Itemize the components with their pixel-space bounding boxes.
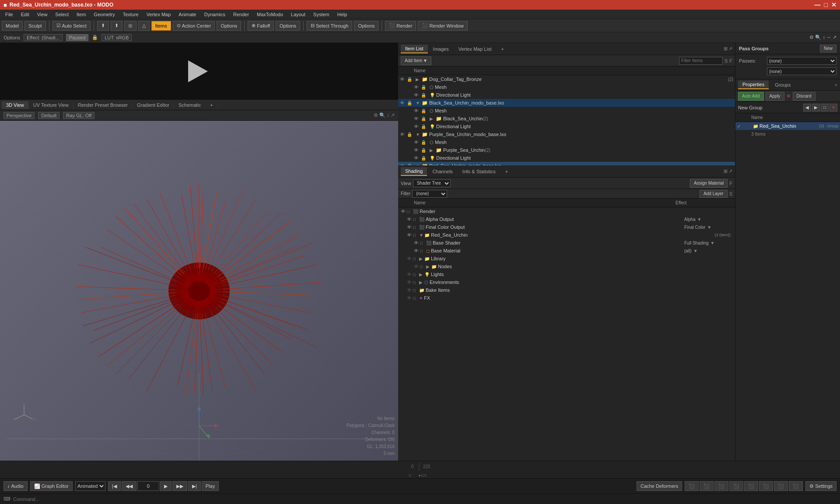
shade-view-select[interactable]: Shader Tree (413, 179, 451, 187)
auto-select-btn[interactable]: ☑ Auto Select (52, 21, 91, 31)
toolbar-icon-1[interactable]: ⬆ (97, 21, 109, 31)
icon-btn-3[interactable]: ⬛ (714, 481, 728, 491)
tab-schematic[interactable]: Schematic (174, 101, 206, 109)
cache-deformers-btn[interactable]: Cache Deformers (637, 481, 682, 491)
item-list-content[interactable]: 👁 🔒 ▶ 📁 Dog_Collar_Tag_Bronze (2) 👁 🔒 (398, 75, 735, 165)
menu-texture[interactable]: Texture (119, 11, 142, 18)
shade-eye-fc[interactable]: 👁 (407, 224, 413, 230)
icon-btn-5[interactable]: ⬛ (744, 481, 758, 491)
menu-animate[interactable]: Animate (175, 11, 200, 18)
shade-row-environments[interactable]: 👁 □ ▶ ⬡ Environments (398, 278, 735, 286)
item-list-expand-icon[interactable]: ⊞ (724, 46, 728, 52)
shade-row-alpha[interactable]: 👁 □ ⬛ Alpha Output Alpha ▼ (398, 215, 735, 223)
shade-eye-rsu[interactable]: 👁 (407, 232, 413, 238)
eye-icon-1[interactable]: 👁 (400, 77, 406, 82)
toggle-1[interactable]: ▶ (416, 77, 422, 82)
transport-next-btn[interactable]: ▶▶ (172, 481, 187, 491)
shade-row-lights[interactable]: 👁 □ ▶ 💡 Lights (398, 270, 735, 278)
toggle-lib[interactable]: ▶ (419, 256, 424, 261)
tab-vertex-map-list[interactable]: Vertex Map List (454, 45, 496, 53)
groups-expand-icon[interactable]: + (835, 82, 837, 88)
apply-btn[interactable]: Apply (766, 92, 784, 101)
shade-row-base-material[interactable]: 👁 □ ◻ Base Material (all) ▼ (398, 247, 735, 255)
items-btn[interactable]: Items (151, 21, 171, 31)
falloff-btn[interactable]: ⊕ Falloff (248, 21, 274, 31)
auto-add-btn[interactable]: Auto Add (738, 92, 764, 101)
tree-row-mesh-1[interactable]: 👁 🔒 ⬡ Mesh (398, 83, 735, 91)
tree-row-pmesh[interactable]: 👁 🔒 ⬡ Mesh (398, 138, 735, 146)
time-input[interactable] (137, 481, 159, 491)
shade-eye-lib[interactable]: 👁 (407, 256, 413, 261)
eye-icon-bl[interactable]: 👁 (414, 124, 420, 129)
tree-row-dog-collar[interactable]: 👁 🔒 ▶ 📁 Dog_Collar_Tag_Bronze (2) (398, 75, 735, 83)
options-btn-1[interactable]: Options (217, 21, 241, 31)
groups-content[interactable]: ✓ 📁 Red_Sea_Urchin (3) · Group 3 Items (735, 122, 840, 461)
select-through-btn[interactable]: ⊟ Select Through (307, 21, 352, 31)
sculpt-btn[interactable]: Sculpt (24, 21, 46, 31)
maximize-btn[interactable]: □ (824, 1, 828, 8)
tree-row-light-1[interactable]: 👁 🔒 💡 Directional Light (398, 91, 735, 99)
tab-render-preset[interactable]: Render Preset Browser (74, 101, 133, 109)
tree-row-blight[interactable]: 👁 🔒 💡 Directional Light (398, 122, 735, 130)
viewport-3d[interactable]: X Y Z (0, 121, 398, 461)
menu-view[interactable]: View (34, 11, 51, 18)
tree-row-black-urchin[interactable]: 👁 🔒 ▼ 📁 Black_Sea_Urchin_modo_base.lxo (398, 99, 735, 107)
shade-eye-render[interactable]: 👁 (401, 209, 407, 214)
icon-btn-1[interactable]: ⬛ (685, 481, 699, 491)
shade-row-final-color[interactable]: 👁 □ ⬛ Final Color Output Final Color ▼ (398, 223, 735, 231)
render-window-btn[interactable]: ⬛ Render Window (418, 21, 467, 31)
tab-item-list[interactable]: Item List (401, 45, 428, 53)
transport-start-btn[interactable]: |◀ (108, 481, 121, 491)
menu-edit[interactable]: Edit (18, 11, 33, 18)
shade-expand-icon[interactable]: ⊞ (724, 168, 728, 174)
shade-row-library[interactable]: 👁 □ ▶ 📁 Library (398, 255, 735, 262)
add-layer-btn[interactable]: Add Layer (700, 190, 728, 198)
tab-3d-view[interactable]: 3D View (2, 101, 29, 109)
passes-select-2[interactable]: (none) (767, 67, 836, 75)
command-input[interactable] (13, 497, 836, 502)
tab-channels[interactable]: Channels (428, 168, 457, 175)
vp-raygl[interactable]: Ray GL: Off (63, 112, 94, 119)
tab-gradient-editor[interactable]: Gradient Editor (133, 101, 174, 109)
menu-render[interactable]: Render (230, 11, 252, 18)
menu-vertex-map[interactable]: Vertex Map (143, 11, 175, 18)
toolbar-icon-4[interactable]: △ (138, 21, 150, 31)
icon-btn-7[interactable]: ⬛ (774, 481, 788, 491)
dropdown-fc[interactable]: ▼ (707, 225, 711, 230)
toggle-lights[interactable]: ▶ (419, 272, 424, 277)
dropdown-bs[interactable]: ▼ (710, 241, 715, 245)
settings-btn[interactable]: ⚙ Settings (805, 481, 836, 491)
eye-icon-bsu[interactable]: 👁 (414, 116, 420, 121)
tab-shade-plus[interactable]: + (501, 168, 512, 175)
menu-maxtomodo[interactable]: MaxToModo (253, 11, 287, 18)
menu-system[interactable]: System (310, 11, 333, 18)
group-row-3items[interactable]: 3 Items (735, 130, 840, 138)
transport-end-btn[interactable]: ▶| (188, 481, 201, 491)
vp-default[interactable]: Default (38, 112, 60, 119)
filter-items-input[interactable] (679, 57, 723, 65)
menu-file[interactable]: File (2, 11, 17, 18)
shade-popout-icon[interactable]: ↗ (728, 168, 732, 174)
eye-icon-l1[interactable]: 👁 (414, 92, 420, 98)
transport-play-btn[interactable]: ▶ (160, 481, 172, 491)
shade-row-nodes[interactable]: 👁 □ ▶ 📁 Nodes (398, 262, 735, 270)
menu-item[interactable]: Item (73, 11, 89, 18)
tree-row-bmesh[interactable]: 👁 🔒 ⬡ Mesh (398, 107, 735, 115)
tab-info-stats[interactable]: Info & Statistics (458, 168, 500, 175)
dropdown-bm[interactable]: ▼ (693, 248, 698, 253)
groups-fwd-btn[interactable]: ▶ (812, 104, 820, 112)
menu-geometry[interactable]: Geometry (90, 11, 118, 18)
menu-select[interactable]: Select (52, 11, 72, 18)
add-item-dropdown-icon[interactable]: ▼ (423, 58, 427, 63)
shade-eye-bs[interactable]: 👁 (414, 240, 420, 245)
icon-btn-6[interactable]: ⬛ (759, 481, 773, 491)
graph-editor-btn[interactable]: 📈 Graph Editor (30, 481, 73, 491)
shade-row-base-shader[interactable]: 👁 □ ⬛ Base Shader Full Shading ▼ (398, 239, 735, 247)
add-item-btn[interactable]: Add Item ▼ (401, 56, 431, 65)
model-btn[interactable]: Model (2, 21, 23, 31)
minimize-btn[interactable]: — (815, 1, 821, 8)
icon-btn-2[interactable]: ⬛ (700, 481, 714, 491)
eye-icon-bm[interactable]: 👁 (414, 108, 420, 113)
item-list-popout-icon[interactable]: ↗ (728, 46, 732, 52)
tree-row-bsu[interactable]: 👁 🔒 ▶ 📁 Black_Sea_Urchin (2) (398, 115, 735, 122)
